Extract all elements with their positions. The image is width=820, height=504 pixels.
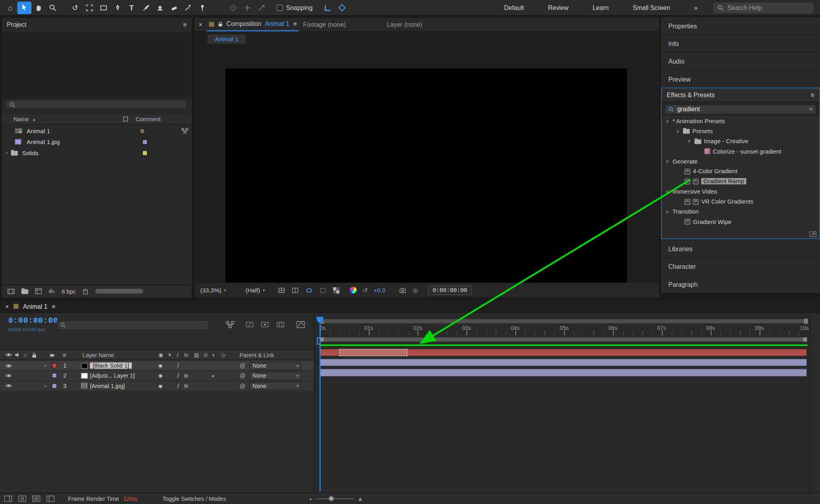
- reset-exposure-icon[interactable]: ↺: [363, 286, 368, 294]
- quality-column-icon[interactable]: /: [177, 350, 178, 359]
- label-color-chip[interactable]: [142, 139, 147, 144]
- workspace-learn[interactable]: Learn: [593, 4, 609, 11]
- parent-link-column-header[interactable]: Parent & Link: [239, 350, 274, 359]
- tree-4-color-gradient[interactable]: 4-Color Gradient: [661, 166, 819, 176]
- draft-3d-icon[interactable]: [246, 321, 254, 328]
- playhead-line[interactable]: [320, 324, 321, 492]
- eye-icon[interactable]: [5, 361, 12, 370]
- quality-toggle[interactable]: /: [177, 371, 179, 380]
- layer-name[interactable]: [Black Solid 1]: [90, 362, 132, 369]
- column-name[interactable]: Name: [14, 116, 29, 122]
- layer-expander-icon[interactable]: >: [44, 381, 47, 391]
- playhead-marker[interactable]: [316, 316, 324, 324]
- clear-search-icon[interactable]: ×: [809, 106, 813, 113]
- home-icon[interactable]: ⌂: [3, 1, 17, 14]
- toggle-transfer-controls-icon[interactable]: [18, 495, 26, 502]
- shy-toggle[interactable]: ◉: [159, 381, 163, 391]
- graph-editor-icon[interactable]: [297, 321, 305, 328]
- tree-image-creative-folder[interactable]: ∨Image - Creative: [661, 136, 819, 146]
- dolly-camera-tool-icon[interactable]: [254, 1, 268, 14]
- label-color-chip[interactable]: [142, 150, 147, 155]
- adjustment-layer-toggle[interactable]: ◐: [212, 371, 215, 380]
- layer-row-1[interactable]: > 1 [Black Solid 1] ◉ / @ None▾: [0, 361, 314, 371]
- comp-mini-flowchart-icon[interactable]: [226, 321, 234, 328]
- transparency-grid-icon[interactable]: [333, 286, 340, 294]
- panel-flyout-icon[interactable]: [810, 231, 816, 237]
- tab-footage[interactable]: Footage (none): [303, 21, 346, 28]
- chevron-down-icon[interactable]: ∨: [665, 159, 670, 164]
- tree-gradient-wipe[interactable]: Gradient Wipe: [661, 217, 819, 227]
- column-comment[interactable]: Comment: [136, 116, 161, 122]
- panel-character[interactable]: Character: [661, 258, 820, 276]
- roto-brush-tool-icon[interactable]: [181, 1, 195, 14]
- layer-bar-footage[interactable]: [320, 369, 807, 376]
- new-folder-icon[interactable]: [22, 288, 28, 294]
- label-color-column-icon[interactable]: [123, 116, 128, 122]
- audio-column-icon[interactable]: [15, 350, 20, 359]
- work-area-bar[interactable]: [320, 337, 807, 341]
- panel-libraries[interactable]: Libraries: [661, 240, 820, 258]
- folder-expander-icon[interactable]: >: [5, 150, 8, 155]
- shy-column-icon[interactable]: ◉: [159, 350, 163, 359]
- panel-paragraph[interactable]: Paragraph: [661, 276, 820, 293]
- timeline-zoom-slider[interactable]: [316, 498, 354, 499]
- tree-colorize-sunset-gradient[interactable]: Colorize - sunset gradient: [661, 146, 819, 156]
- tree-presets-folder[interactable]: ∨Presets: [661, 126, 819, 136]
- timeline-search-field[interactable]: [56, 320, 209, 330]
- tree-animation-presets[interactable]: ∨* Animation Presets: [661, 116, 819, 126]
- timeline-tab-label[interactable]: Animal 1: [23, 303, 47, 310]
- close-panel-icon[interactable]: ×: [5, 303, 9, 310]
- layer-name[interactable]: [Adjust... Layer 1]: [90, 371, 135, 380]
- type-tool-icon[interactable]: T: [125, 1, 139, 14]
- video-column-icon[interactable]: [5, 350, 12, 359]
- show-snapshot-icon[interactable]: ◎: [413, 286, 418, 294]
- project-search-field[interactable]: [6, 100, 187, 109]
- search-help-field[interactable]: Search Help: [713, 2, 814, 13]
- layer-color-chip[interactable]: [52, 373, 57, 378]
- parent-dropdown[interactable]: None▾: [249, 382, 302, 390]
- pick-whip-icon[interactable]: @: [239, 381, 245, 391]
- close-panel-icon[interactable]: ×: [199, 21, 202, 28]
- new-composition-icon[interactable]: [35, 288, 42, 294]
- panel-menu-icon[interactable]: ≡: [52, 303, 55, 310]
- hand-tool-icon[interactable]: [31, 1, 45, 14]
- panel-menu-icon[interactable]: ≡: [810, 91, 814, 98]
- tree-transition-category[interactable]: ∨Transition: [661, 207, 819, 217]
- resolution-dropdown[interactable]: (Half) ▾: [245, 287, 265, 293]
- fx-column-icon[interactable]: fx: [184, 350, 188, 359]
- delete-icon[interactable]: [82, 288, 88, 294]
- region-of-interest-icon[interactable]: [319, 286, 327, 294]
- quality-toggle[interactable]: /: [177, 361, 179, 370]
- workspace-overflow-icon[interactable]: »: [694, 4, 698, 11]
- parent-dropdown[interactable]: None▾: [249, 372, 302, 380]
- tree-generate-category[interactable]: ∨Generate: [661, 156, 819, 166]
- clone-stamp-tool-icon[interactable]: [153, 1, 167, 14]
- puppet-pin-tool-icon[interactable]: [195, 1, 209, 14]
- solo-column-icon[interactable]: ○: [24, 350, 27, 359]
- grid-guide-options-icon[interactable]: [278, 286, 286, 294]
- layer-name[interactable]: [Animal 1.jpg]: [90, 381, 125, 391]
- lock-column-icon[interactable]: [32, 350, 37, 359]
- shy-toggle[interactable]: ◉: [159, 361, 163, 370]
- viewer-timecode[interactable]: 0:00:00:00: [428, 286, 472, 295]
- eraser-tool-icon[interactable]: [167, 1, 181, 14]
- pen-tool-icon[interactable]: [111, 1, 125, 14]
- selection-tool-icon[interactable]: [17, 1, 31, 14]
- chevron-down-icon[interactable]: ∨: [665, 209, 670, 214]
- panel-menu-icon[interactable]: ≡: [293, 20, 297, 28]
- pan-camera-tool-icon[interactable]: [240, 1, 254, 14]
- effects-search-field[interactable]: gradient ×: [665, 104, 816, 114]
- layer-name-column-header[interactable]: Layer Name: [82, 350, 114, 359]
- rotation-tool-icon[interactable]: ↺: [68, 1, 82, 14]
- motion-blur-column-icon[interactable]: ⊙: [203, 350, 208, 359]
- chevron-down-icon[interactable]: ∨: [675, 128, 680, 134]
- tree-immersive-video-category[interactable]: ∨Immersive Video: [661, 186, 819, 196]
- shy-toggle[interactable]: ◉: [159, 371, 163, 380]
- threed-column-icon[interactable]: ◇: [221, 350, 225, 359]
- tree-vr-color-gradients[interactable]: VR Color Gradients: [661, 196, 819, 206]
- frame-blending-icon[interactable]: [277, 321, 285, 328]
- pick-whip-icon[interactable]: @: [239, 371, 245, 380]
- color-management-icon[interactable]: [350, 287, 357, 294]
- panel-menu-icon[interactable]: ≡: [183, 21, 187, 28]
- zoom-slider-handle[interactable]: [329, 496, 334, 501]
